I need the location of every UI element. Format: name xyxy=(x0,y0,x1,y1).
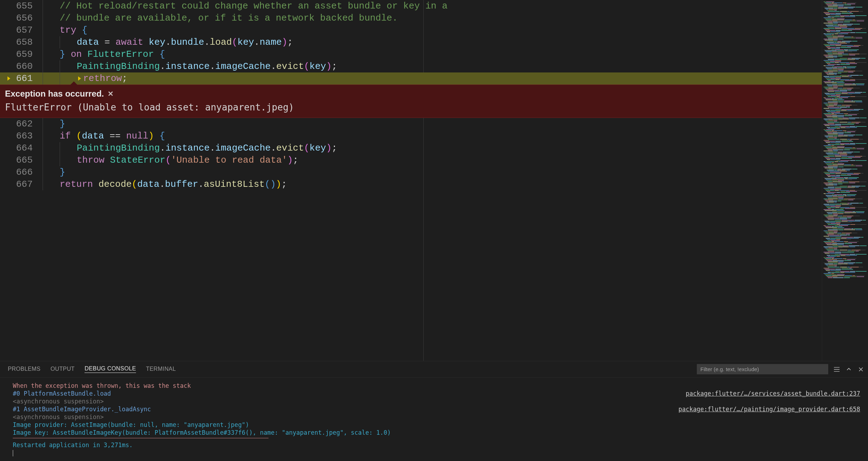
stack-frame[interactable]: #1 AssetBundleImageProvider._loadAsync xyxy=(13,405,151,413)
code-line[interactable]: 661rethrow; xyxy=(0,72,822,85)
code-text: PaintingBinding.instance.imageCache.evic… xyxy=(77,60,337,72)
code-line[interactable]: 665throw StateError('Unable to read data… xyxy=(0,154,822,166)
gutter[interactable]: 659 xyxy=(0,48,43,60)
gutter[interactable]: 655 xyxy=(0,0,43,12)
code-line[interactable]: 655// Hot reload/restart could change wh… xyxy=(0,0,822,12)
line-number: 666 xyxy=(16,166,33,178)
gutter[interactable]: 663 xyxy=(0,130,43,142)
console-line: Restarted application in 3,271ms. xyxy=(13,441,860,449)
code-line[interactable]: 660PaintingBinding.instance.imageCache.e… xyxy=(0,60,822,72)
divider xyxy=(13,438,268,438)
exception-banner: Exception has occurred.✕FlutterError (Un… xyxy=(0,85,822,118)
breakpoint-icon[interactable] xyxy=(6,76,12,81)
line-number: 662 xyxy=(16,118,33,130)
gutter[interactable]: 661 xyxy=(0,72,43,85)
code-line[interactable]: 658data = await key.bundle.load(key.name… xyxy=(0,36,822,48)
code-text: try { xyxy=(60,24,87,36)
gutter[interactable]: 666 xyxy=(0,166,43,178)
tab-output[interactable]: OUTPUT xyxy=(50,366,75,373)
panel-tabbar: PROBLEMS OUTPUT DEBUG CONSOLE TERMINAL xyxy=(0,361,868,378)
current-frame-icon xyxy=(77,76,82,81)
code-text: data = await key.bundle.load(key.name); xyxy=(77,36,293,48)
console-line: <asynchronous suspension> xyxy=(13,413,860,421)
code-text: } xyxy=(60,118,65,130)
cursor xyxy=(13,450,13,456)
code-line[interactable]: 659} on FlutterError { xyxy=(0,48,822,60)
stack-frame[interactable]: #0 PlatformAssetBundle.load xyxy=(13,390,111,397)
gutter[interactable]: 665 xyxy=(0,154,43,166)
gutter[interactable]: 656 xyxy=(0,12,43,24)
line-number: 659 xyxy=(16,48,33,60)
minimap[interactable] xyxy=(822,0,868,361)
panel-collapse-icon[interactable] xyxy=(845,366,852,373)
code-line[interactable]: 664PaintingBinding.instance.imageCache.e… xyxy=(0,142,822,154)
filter-input[interactable] xyxy=(697,364,828,374)
code-text: PaintingBinding.instance.imageCache.evic… xyxy=(77,142,337,154)
line-number: 658 xyxy=(16,36,33,48)
code-line[interactable]: 667return decode(data.buffer.asUint8List… xyxy=(0,178,822,190)
line-number: 656 xyxy=(16,12,33,24)
console-line: Image key: AssetBundleImageKey(bundle: P… xyxy=(13,429,860,436)
exception-close-icon[interactable]: ✕ xyxy=(108,88,114,100)
code-line[interactable]: 662} xyxy=(0,118,822,130)
tab-terminal[interactable]: TERMINAL xyxy=(146,366,176,373)
exception-title: Exception has occurred. xyxy=(5,88,104,100)
line-number: 667 xyxy=(16,178,33,190)
code-text: throw StateError('Unable to read data'); xyxy=(77,154,298,166)
console-line: Image provider: AssetImage(bundle: null,… xyxy=(13,421,860,429)
code-text: } on FlutterError { xyxy=(60,48,165,60)
gutter[interactable]: 657 xyxy=(0,24,43,36)
gutter[interactable]: 660 xyxy=(0,60,43,72)
code-line[interactable]: 656// bundle are available, or if it is … xyxy=(0,12,822,24)
bottom-panel: PROBLEMS OUTPUT DEBUG CONSOLE TERMINAL W… xyxy=(0,361,868,461)
code-text: // Hot reload/restart could change wheth… xyxy=(60,0,447,12)
filter-settings-icon[interactable] xyxy=(833,366,840,373)
source-link[interactable]: package:flutter/…/painting/image_provide… xyxy=(678,405,860,413)
code-editor[interactable]: 655// Hot reload/restart could change wh… xyxy=(0,0,822,361)
code-text: // bundle are available, or if it is a n… xyxy=(60,12,398,24)
line-number: 661 xyxy=(16,72,33,85)
line-number: 664 xyxy=(16,142,33,154)
debug-console-output[interactable]: When the exception was thrown, this was … xyxy=(0,378,868,461)
exception-message: FlutterError (Unable to load asset: anya… xyxy=(5,101,817,113)
line-number: 655 xyxy=(16,0,33,12)
code-text: if (data == null) { xyxy=(60,130,165,142)
code-line[interactable]: 666} xyxy=(0,166,822,178)
line-number: 663 xyxy=(16,130,33,142)
line-number: 665 xyxy=(16,154,33,166)
console-line: When the exception was thrown, this was … xyxy=(13,382,860,390)
gutter[interactable]: 658 xyxy=(0,36,43,48)
code-line[interactable]: 663if (data == null) { xyxy=(0,130,822,142)
code-text: } xyxy=(60,166,65,178)
tab-debug-console[interactable]: DEBUG CONSOLE xyxy=(85,365,136,373)
editor-area: 655// Hot reload/restart could change wh… xyxy=(0,0,868,361)
gutter[interactable]: 667 xyxy=(0,178,43,190)
code-text: rethrow; xyxy=(83,72,128,85)
code-line[interactable]: 657try { xyxy=(0,24,822,36)
line-number: 660 xyxy=(16,60,33,72)
gutter[interactable]: 662 xyxy=(0,118,43,130)
line-number: 657 xyxy=(16,24,33,36)
gutter[interactable]: 664 xyxy=(0,142,43,154)
panel-close-icon[interactable] xyxy=(857,366,864,373)
console-line: <asynchronous suspension> xyxy=(13,397,860,405)
source-link[interactable]: package:flutter/…/services/asset_bundle.… xyxy=(686,390,860,397)
tab-problems[interactable]: PROBLEMS xyxy=(8,366,40,373)
code-text: return decode(data.buffer.asUint8List())… xyxy=(60,178,287,190)
